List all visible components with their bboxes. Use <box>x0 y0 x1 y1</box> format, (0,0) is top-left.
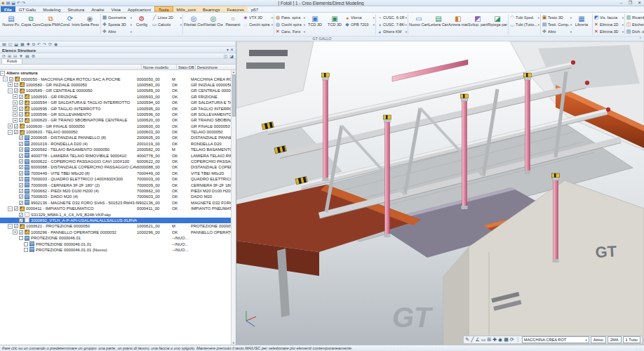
row-checkbox[interactable]: ✓ <box>19 194 23 199</box>
tree-row[interactable]: −✓0000411 - IMPIANTO PNEUMATICO0000411_0… <box>0 206 231 211</box>
ribbon-button-linee-2d[interactable]: ╱Linee 2D▾ <box>152 14 182 21</box>
expand-toggle[interactable]: + <box>13 106 18 111</box>
ribbon-button-etichetta[interactable]: ◫Etichetta▾ <box>626 21 644 28</box>
line-icon[interactable]: ╱ <box>471 336 474 343</box>
ribbon-button-config[interactable]: ⚙Config <box>132 13 152 35</box>
tree-row[interactable]: ✓6000622 - COPERCHIO PASSAGGIO CAVI 100X… <box>0 159 231 164</box>
app-icon[interactable]: ◆ <box>1 0 5 6</box>
tree-row[interactable]: PROTEZIONE 0000046.01.01--/NUO... <box>0 241 231 246</box>
ribbon-button-passanti[interactable]: ○Passanti <box>223 13 243 35</box>
status-field-tutto[interactable]: 1 Tutto <box>623 336 640 343</box>
ribbon-button-testo-3d[interactable]: ▣Testo 3D▾ <box>542 14 572 21</box>
tree-row[interactable]: +✓1000595 - GR TAGLIO INTERROTTO1000595_… <box>0 105 231 111</box>
ribbon-button-azzera-materiale[interactable]: ◧Azzera materiale <box>448 13 468 35</box>
ribbon-button-tcd-3d[interactable]: ▣TCD 3D <box>325 13 344 35</box>
row-checkbox[interactable]: ✓ <box>19 112 23 117</box>
tab-tools[interactable]: Tools <box>154 6 173 12</box>
tree-row[interactable]: PROTEZIONE 0000046.01--/NUO... <box>0 235 231 241</box>
tree-row[interactable]: −✓0000050 - MACCHINA CREA ROTOLI SAC A P… <box>0 76 231 81</box>
more-tools-icon[interactable]: ⋮ <box>516 336 521 343</box>
tree-row[interactable]: −✓1000621 - PROTEZIONE 00000501000621_00… <box>0 223 231 229</box>
row-checkbox[interactable]: ✓ <box>19 230 23 234</box>
row-checkbox[interactable]: ✓ <box>14 83 18 87</box>
expand-toggle[interactable]: − <box>8 224 13 229</box>
expand-toggle[interactable]: − <box>8 206 13 211</box>
row-checkbox[interactable] <box>19 236 23 240</box>
undo-icon[interactable]: ↶ <box>17 0 20 6</box>
ribbon-button-filettati-ciechi[interactable]: ◎Filettati Ciechi <box>184 13 203 35</box>
row-checkbox[interactable]: ✓ <box>19 213 23 217</box>
ribbon-button-cond-inizio[interactable]: ⟳Cond. Inizio <box>60 13 80 35</box>
ribbon-button-libreria[interactable]: ▦Libreria <box>572 13 591 35</box>
column-header-stato-db[interactable]: Stato-DB <box>177 65 196 69</box>
combo-dropdown-icon[interactable]: ▾ <box>585 338 586 342</box>
ribbon-button-elimina-3d[interactable]: ✕Elimina 3D▾ <box>593 28 624 35</box>
ribbon-button-vtx-3d[interactable]: ◈VTX 3D▾ <box>243 14 273 21</box>
tab-applicazioni[interactable]: Applicazioni <box>124 6 154 12</box>
scroll-up-icon[interactable]: ▴ <box>232 70 236 74</box>
row-checkbox[interactable]: ✓ <box>14 124 18 128</box>
ribbon-button-cusc-7-8kgr[interactable]: ◑CUSC. 7-8KGR▾ <box>377 21 407 28</box>
row-checkbox[interactable]: ✓ <box>14 206 18 211</box>
ribbon-button-tubi-sped[interactable]: ◠Tubi Sped.▾ <box>509 14 539 21</box>
print-icon[interactable]: ▦ <box>20 41 25 47</box>
ribbon-button-pass-spira[interactable]: ◍Pass. spira▾ <box>275 14 305 21</box>
angle-measure-icon[interactable]: ∠ <box>475 336 479 343</box>
tree-row[interactable]: ✓7000003 - QUADRO ELETTRICO 1400X600X300… <box>0 176 231 182</box>
tab-struttura[interactable]: Struttura <box>64 6 88 12</box>
row-checkbox[interactable]: ✓ <box>19 177 23 181</box>
ribbon-button-dich-occif[interactable]: ▧Dich. occif.▾ <box>626 28 644 35</box>
ribbon-button-svilup-parti[interactable]: ◩Svilup. parti <box>468 13 488 35</box>
tab-fotoli[interactable]: Fotoli <box>1 58 22 64</box>
row-checkbox[interactable]: ✓ <box>19 165 23 169</box>
tree-row[interactable]: ✓7000662 - PIEDI M20 D100 H200 (4)700066… <box>0 188 231 194</box>
ribbon-button-cusc-6-1rs[interactable]: ◔CUSC. 6-1RS▾ <box>377 14 407 21</box>
ribbon-button-nuovo-pc[interactable]: ▤Nuovo Pc. <box>1 13 21 35</box>
row-checkbox[interactable]: ✓ <box>19 171 23 176</box>
row-checkbox[interactable]: ✓ <box>19 201 23 205</box>
row-checkbox[interactable]: ✓ <box>14 130 18 134</box>
tree-row[interactable]: ✓6000088 - DISTANZIALE COPERCHIO PASSAGG… <box>0 164 231 170</box>
scroll-down-icon[interactable]: ▾ <box>232 341 236 345</box>
ribbon-button-vitena[interactable]: ●Vitena▾ <box>344 14 375 21</box>
row-checkbox[interactable]: ✓ <box>19 183 23 187</box>
copy-icon[interactable]: ⧉ <box>32 41 35 47</box>
ribbon-button-tcd-3d[interactable]: ▣TCD 3D <box>305 13 325 35</box>
tab-vista[interactable]: Vista <box>107 6 124 12</box>
expand-toggle[interactable]: + <box>13 100 18 105</box>
tree-row[interactable]: ✓3000892_VTLH_A-P-API-USALAVALALLSALLUS-… <box>0 218 231 223</box>
ribbon-button-opb-7203[interactable]: ◆OPB 7203▾ <box>344 21 375 28</box>
scrollbar-thumb[interactable] <box>232 74 236 117</box>
new-file-icon[interactable]: ▤ <box>6 0 11 6</box>
ribbon-button-copia-pma[interactable]: ⧉Copia PMA <box>41 13 60 35</box>
ribbon-button-copia-cond[interactable]: ⧉Copia Cond. <box>21 13 41 35</box>
tab-gt-gallo[interactable]: GT Gallo <box>15 6 40 12</box>
tree-row[interactable]: ✓2000605 - DISTANZIALE PANNELLO (8)20006… <box>0 135 231 140</box>
row-checkbox[interactable] <box>24 248 28 252</box>
target-icon[interactable]: ◉ <box>498 336 502 343</box>
ribbon-button-altro[interactable]: ✚Altro▾ <box>102 28 132 35</box>
ribbon-button-setta-peso[interactable]: ◉Setta Peso <box>80 13 100 35</box>
expand-toggle[interactable]: + <box>13 94 18 99</box>
row-checkbox[interactable]: ✓ <box>19 147 23 152</box>
column-header-descrizione[interactable]: Descrizione <box>196 65 236 69</box>
ribbon-button-testi-comp[interactable]: ▤Testi. Comp.▾ <box>542 21 572 28</box>
minimize-button[interactable]: – <box>617 0 626 6</box>
expand-toggle[interactable]: − <box>8 88 13 93</box>
ribbon-button-nuovo-cartl[interactable]: ▭Nuovo Cartl. <box>409 13 429 35</box>
ribbon-button-ricambi[interactable]: ▥Ricambi▾ <box>626 14 644 21</box>
ribbon-button-tubi-tutto[interactable]: ◡Tubi (Tutto...)▾ <box>509 21 539 28</box>
panel-dropdown-icon[interactable]: ▾ <box>227 48 229 52</box>
ribbon-button-vis-faccia[interactable]: ◩Vis. faccia▾ <box>593 14 624 21</box>
move-icon[interactable]: ✚ <box>492 336 497 343</box>
tab-p57[interactable]: p57 <box>248 6 262 12</box>
tree-row[interactable]: ✓7000449 - VITE TBEI M6x20 (8)7000449_00… <box>0 171 231 176</box>
tree-row[interactable]: −✓1000589 - GR CENTRALE 00000501000589_0… <box>0 88 231 93</box>
tab-modeling[interactable]: Modeling <box>39 6 64 12</box>
undo-icon[interactable]: ↶ <box>37 41 41 47</box>
grid-icon[interactable]: ▦ <box>504 336 509 343</box>
ribbon-collapse-icon[interactable]: ⌃ <box>639 37 642 41</box>
row-checkbox[interactable]: ✓ <box>14 88 18 93</box>
list-view-icon[interactable]: ▤ <box>25 53 29 59</box>
ribbon-button-elimina-2d[interactable]: ✕Elimina 2D▾ <box>593 21 624 28</box>
